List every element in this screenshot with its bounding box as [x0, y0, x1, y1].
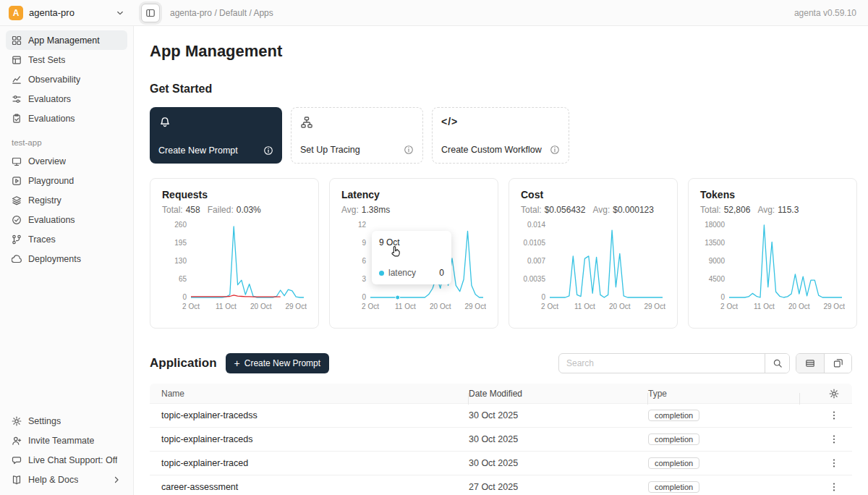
svg-text:20 Oct: 20 Oct: [430, 302, 451, 310]
card-view-button[interactable]: [824, 354, 851, 373]
tracing-tree-icon: [300, 116, 313, 129]
sidebar-item-traces[interactable]: Traces: [6, 229, 127, 249]
application-controls: [558, 353, 852, 373]
app-type: completion: [648, 457, 800, 469]
row-menu-button[interactable]: [829, 482, 839, 492]
app-type: completion: [648, 481, 800, 493]
info-icon[interactable]: [550, 145, 560, 155]
column-header-date-modified[interactable]: Date Modified: [469, 389, 648, 399]
sidebar-item-live-chat[interactable]: Live Chat Support: Off: [6, 450, 127, 470]
mouse-cursor-icon: [391, 245, 401, 260]
table-row[interactable]: topic-explainer-traced 30 Oct 2025 compl…: [150, 452, 852, 475]
table-row[interactable]: topic-explainer-tracedss 30 Oct 2025 com…: [150, 404, 852, 428]
table-header: Name Date Modified Type: [150, 384, 852, 404]
type-tag: completion: [648, 481, 699, 493]
sliders-icon: [12, 94, 22, 104]
svg-text:11 Oct: 11 Oct: [395, 302, 416, 310]
info-icon[interactable]: [404, 145, 414, 155]
svg-text:11 Oct: 11 Oct: [216, 302, 237, 310]
sidebar-item-app-evaluations[interactable]: Evaluations: [6, 210, 127, 229]
sidebar-item-registry[interactable]: Registry: [6, 190, 127, 210]
cost-chart: 0.0140.01050.0070.003502 Oct11 Oct20 Oct…: [521, 221, 665, 316]
page-title: App Management: [150, 42, 852, 61]
svg-text:13500: 13500: [705, 239, 725, 247]
svg-text:0.007: 0.007: [527, 257, 545, 265]
sidebar-item-evaluators[interactable]: Evaluators: [6, 89, 127, 109]
dots-vertical-icon: [829, 458, 839, 468]
row-menu-button[interactable]: [829, 458, 839, 468]
create-new-prompt-card[interactable]: Create New Prompt: [150, 107, 282, 164]
create-new-prompt-button[interactable]: + Create New Prompt: [226, 353, 330, 373]
column-header-name[interactable]: Name: [150, 389, 469, 399]
svg-text:2 Oct: 2 Oct: [720, 302, 738, 310]
svg-text:18000: 18000: [705, 221, 725, 229]
cloud-icon: [12, 254, 22, 264]
metric-card-requests: Requests Total: 458 Failed: 0.03% 260195…: [150, 178, 319, 329]
sidebar-collapse-button[interactable]: [141, 4, 160, 22]
table-view-button[interactable]: [796, 354, 824, 373]
metric-title: Latency: [341, 189, 486, 200]
svg-text:65: 65: [179, 275, 187, 283]
sidebar-item-evaluations[interactable]: Evaluations: [6, 109, 127, 128]
sidebar-item-deployments[interactable]: Deployments: [6, 249, 127, 268]
svg-text:11 Oct: 11 Oct: [754, 302, 775, 310]
svg-text:2 Oct: 2 Oct: [182, 302, 200, 310]
breadcrumb[interactable]: agenta-pro / Default / Apps: [170, 8, 273, 18]
sidebar-section-label: test-app: [6, 128, 127, 151]
prompt-bell-icon: [158, 115, 171, 128]
svg-text:0: 0: [362, 293, 366, 301]
sidebar-item-observability[interactable]: Observability: [6, 69, 127, 89]
sidebar-item-test-sets[interactable]: Test Sets: [6, 50, 127, 69]
code-icon: </>: [441, 116, 560, 127]
sidebar-bottom: Settings Invite Teammate Live Chat Suppo…: [6, 411, 127, 489]
info-icon[interactable]: [263, 145, 273, 156]
sidebar-item-overview[interactable]: Overview: [6, 151, 127, 171]
plus-icon: +: [234, 358, 240, 368]
type-tag: completion: [648, 457, 699, 469]
chevron-down-icon: [115, 8, 125, 18]
svg-text:29 Oct: 29 Oct: [464, 302, 486, 310]
sidebar-item-invite-teammate[interactable]: Invite Teammate: [6, 431, 127, 450]
svg-text:195: 195: [174, 239, 187, 247]
card-label: Create Custom Workflow: [441, 145, 542, 155]
git-branch-icon: [12, 234, 22, 245]
row-menu-button[interactable]: [829, 434, 839, 444]
metric-subtitle: Total: 52,806 Avg: 115.3: [700, 205, 845, 215]
dots-vertical-icon: [829, 482, 839, 492]
view-toggle: [796, 353, 852, 373]
search-input[interactable]: [559, 354, 765, 373]
applications-table: Name Date Modified Type topic-explainer-…: [150, 384, 852, 495]
app-name: career-assessment: [150, 482, 469, 492]
svg-text:0: 0: [720, 293, 725, 301]
clipboard-check-icon: [12, 114, 22, 124]
layers-icon: [12, 195, 22, 206]
gear-icon[interactable]: [829, 389, 839, 399]
workspace-selector[interactable]: A agenta-pro: [0, 6, 134, 20]
application-header: Application + Create New Prompt: [150, 353, 852, 373]
table-view-icon: [805, 358, 815, 368]
sidebar-item-playground[interactable]: Playground: [6, 171, 127, 190]
column-header-type[interactable]: Type: [648, 389, 800, 399]
metric-subtitle: Avg: 1.38ms: [341, 205, 486, 215]
metric-card-tokens: Tokens Total: 52,806 Avg: 115.3 18000135…: [688, 178, 857, 329]
row-menu-button[interactable]: [829, 410, 839, 420]
svg-text:4500: 4500: [709, 275, 726, 283]
svg-text:29 Oct: 29 Oct: [823, 302, 845, 310]
metric-subtitle: Total: $0.056432 Avg: $0.000123: [521, 205, 665, 215]
app-date: 30 Oct 2025: [469, 410, 648, 420]
table-row[interactable]: career-assessment 27 Oct 2025 completion: [150, 475, 852, 495]
sidebar-item-app-management[interactable]: App Management: [6, 30, 127, 50]
play-icon: [12, 176, 22, 186]
svg-text:260: 260: [174, 221, 187, 229]
set-up-tracing-card[interactable]: Set Up Tracing: [291, 107, 423, 164]
app-type: completion: [648, 433, 800, 445]
sidebar-item-help-docs[interactable]: Help & Docs: [6, 470, 127, 489]
create-custom-workflow-card[interactable]: </> Create Custom Workflow: [432, 107, 569, 164]
app-name: topic-explainer-tracedss: [150, 410, 469, 420]
card-label: Set Up Tracing: [300, 145, 360, 155]
requests-chart: 2601951306502 Oct11 Oct20 Oct29 Oct: [162, 221, 307, 316]
search-button[interactable]: [765, 354, 789, 373]
sidebar-item-settings[interactable]: Settings: [6, 411, 127, 431]
table-row[interactable]: topic-explainer-traceds 30 Oct 2025 comp…: [150, 428, 852, 452]
svg-text:11 Oct: 11 Oct: [574, 302, 595, 310]
